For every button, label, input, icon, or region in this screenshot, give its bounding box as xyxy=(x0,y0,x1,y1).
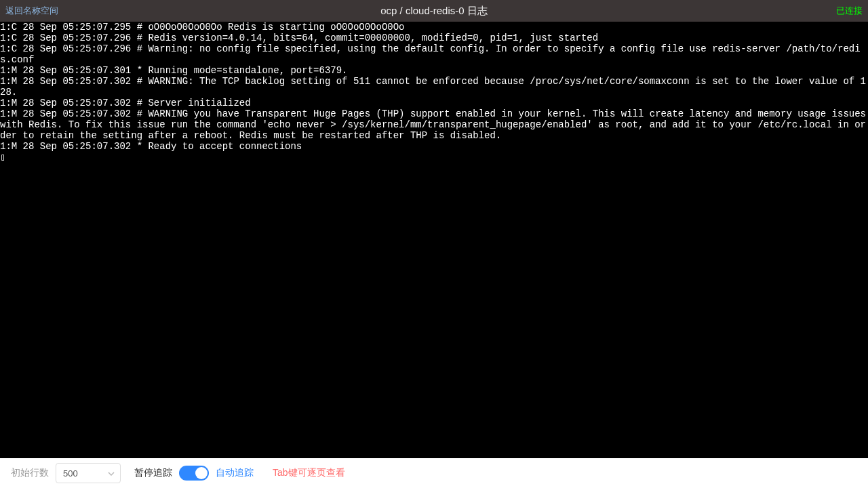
log-header: 返回名称空间 ocp / cloud-redis-0 日志 已连接 xyxy=(0,0,868,22)
log-output[interactable]: 1:C 28 Sep 05:25:07.295 # oO0OoO0OoO0Oo … xyxy=(0,22,868,458)
tab-hint: Tab键可逐页查看 xyxy=(273,467,345,479)
page-title: ocp / cloud-redis-0 日志 xyxy=(380,5,488,18)
auto-tail-label: 自动追踪 xyxy=(216,467,254,479)
connection-status: 已连接 xyxy=(836,5,863,17)
initial-lines-select[interactable]: 500 xyxy=(56,463,121,483)
chevron-down-icon xyxy=(108,470,115,477)
initial-lines-label: 初始行数 xyxy=(11,467,49,479)
auto-tail-toggle[interactable] xyxy=(179,466,209,481)
pause-tail-label: 暂停追踪 xyxy=(134,467,172,479)
log-footer: 初始行数 500 暂停追踪 自动追踪 Tab键可逐页查看 xyxy=(0,458,868,488)
back-to-namespace-link[interactable]: 返回名称空间 xyxy=(5,5,58,17)
toggle-knob xyxy=(195,467,208,479)
initial-lines-value: 500 xyxy=(63,468,78,479)
